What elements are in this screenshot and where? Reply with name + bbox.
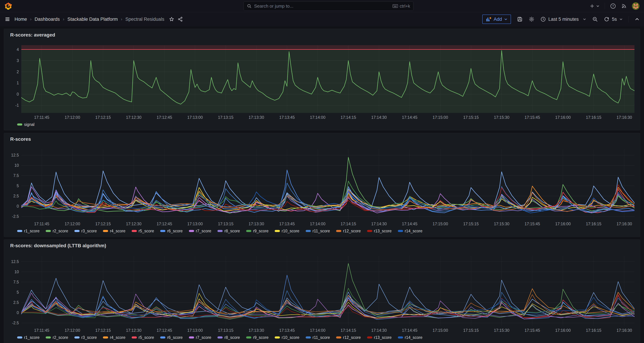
favorite-button[interactable]: [169, 17, 174, 22]
legend-item-r8_score[interactable]: r8_score: [218, 229, 240, 233]
legend-item-r9_score[interactable]: r9_score: [246, 229, 268, 233]
search-icon: [247, 4, 252, 9]
legend-item-r10_score[interactable]: r10_score: [275, 335, 299, 340]
legend-item-r12_score[interactable]: r12_score: [336, 335, 361, 340]
breadcrumb-home[interactable]: Home: [14, 17, 27, 22]
divider: [628, 16, 629, 23]
legend-swatch: [74, 336, 80, 338]
legend-swatch: [367, 230, 372, 232]
legend-item-r8_score[interactable]: r8_score: [218, 335, 240, 340]
svg-text:17:16:30: 17:16:30: [616, 328, 632, 332]
legend-item-r13_score[interactable]: r13_score: [367, 335, 392, 340]
svg-text:17:11:45: 17:11:45: [34, 115, 49, 120]
legend-item-r11_score[interactable]: r11_score: [306, 229, 330, 233]
time-range-picker[interactable]: Last 5 minutes: [540, 17, 586, 22]
legend-item-r1_score[interactable]: r1_score: [17, 229, 40, 233]
magnifier-minus-icon: [592, 16, 598, 22]
search-input[interactable]: Search or jump to... ctrl+k: [244, 2, 414, 11]
legend-swatch: [246, 336, 251, 338]
legend-label: r4_score: [110, 335, 125, 340]
timeseries-chart[interactable]: 12.5107.552.50-2.517:11:4517:12:0017:12:…: [8, 147, 636, 227]
svg-text:7.5: 7.5: [13, 280, 19, 284]
legend-item-r6_score[interactable]: r6_score: [160, 229, 182, 233]
legend-item-r13_score[interactable]: r13_score: [367, 229, 392, 233]
legend-swatch: [275, 336, 280, 338]
add-panel-button[interactable]: Add: [482, 15, 511, 24]
legend-item-r1_score[interactable]: r1_score: [17, 335, 40, 340]
svg-text:17:15:15: 17:15:15: [463, 328, 479, 332]
panel-title[interactable]: R-scores: [8, 136, 636, 142]
legend-item-r5_score[interactable]: r5_score: [132, 229, 154, 233]
legend-item-r3_score[interactable]: r3_score: [74, 229, 97, 233]
svg-text:17:16:00: 17:16:00: [555, 115, 571, 120]
legend-item-r3_score[interactable]: r3_score: [74, 335, 97, 340]
legend-item-r7_score[interactable]: r7_score: [189, 229, 211, 233]
svg-text:17:15:00: 17:15:00: [432, 115, 448, 120]
svg-text:17:12:30: 17:12:30: [126, 328, 142, 332]
svg-text:7.5: 7.5: [13, 173, 19, 178]
refresh-interval-label: 5s: [612, 17, 617, 22]
legend-item-r10_score[interactable]: r10_score: [275, 229, 299, 233]
legend-item-r14_score[interactable]: r14_score: [398, 335, 422, 340]
dashboard-canvas: R-scores: averaged 43210-117:11:4517:12:…: [0, 26, 644, 343]
legend-swatch: [160, 336, 165, 338]
timeseries-chart[interactable]: 12.5107.552.50-2.517:11:4517:12:0017:12:…: [8, 253, 636, 333]
legend-label: r14_score: [405, 335, 422, 340]
share-button[interactable]: [178, 17, 183, 22]
refresh-button[interactable]: 5s: [604, 17, 623, 22]
chevron-up-icon: [635, 17, 640, 22]
kiosk-mode-button[interactable]: [635, 17, 640, 22]
breadcrumb-current-dashboard: Spectral Residuals: [126, 17, 164, 22]
mega-menu-toggle[interactable]: [4, 16, 10, 22]
timeseries-chart[interactable]: 43210-117:11:4517:12:0017:12:1517:12:301…: [8, 43, 636, 121]
svg-text:17:15:30: 17:15:30: [494, 115, 510, 120]
svg-text:17:13:00: 17:13:00: [187, 328, 203, 332]
legend-label: r1_score: [24, 335, 40, 340]
legend-item-r11_score[interactable]: r11_score: [306, 335, 330, 340]
grafana-logo[interactable]: [4, 2, 12, 10]
svg-text:17:15:00: 17:15:00: [432, 328, 448, 332]
legend-item-r6_score[interactable]: r6_score: [160, 335, 182, 340]
svg-text:17:15:45: 17:15:45: [524, 115, 540, 120]
refresh-icon: [604, 17, 610, 22]
panel-title[interactable]: R-scores: downsampled (LTTB algorithm): [8, 243, 636, 249]
legend-item-r2_score[interactable]: r2_score: [46, 335, 68, 340]
legend-item-signal[interactable]: signal: [17, 122, 34, 127]
dashboard-settings-button[interactable]: [528, 16, 534, 22]
help-button[interactable]: ?: [610, 3, 616, 9]
dashboard-toolbar: Home › Dashboards › Stackable Data Platf…: [0, 12, 644, 26]
breadcrumb-dashboards[interactable]: Dashboards: [34, 17, 60, 22]
chart-legend: r1_scorer2_scorer3_scorer4_scorer5_score…: [8, 333, 636, 341]
news-button[interactable]: [621, 3, 627, 9]
share-icon: [178, 17, 183, 22]
legend-item-r14_score[interactable]: r14_score: [398, 229, 422, 233]
panel-rscores-downsampled: R-scores: downsampled (LTTB algorithm) 1…: [4, 239, 640, 343]
svg-text:2: 2: [16, 70, 19, 74]
zoom-out-time-button[interactable]: [592, 16, 598, 22]
star-icon: [169, 17, 174, 22]
legend-item-r4_score[interactable]: r4_score: [103, 229, 125, 233]
user-avatar[interactable]: [632, 2, 640, 10]
legend-swatch: [74, 230, 80, 232]
panel-title[interactable]: R-scores: averaged: [8, 32, 636, 38]
legend-item-r7_score[interactable]: r7_score: [189, 335, 211, 340]
legend-item-r12_score[interactable]: r12_score: [336, 229, 361, 233]
shortcut-label: ctrl+k: [400, 4, 410, 9]
svg-text:17:14:00: 17:14:00: [310, 222, 326, 226]
legend-label: r9_score: [253, 229, 268, 233]
legend-item-r4_score[interactable]: r4_score: [103, 335, 125, 340]
legend-item-r2_score[interactable]: r2_score: [46, 229, 68, 233]
breadcrumb-folder[interactable]: Stackable Data Platform: [68, 17, 118, 22]
svg-text:17:12:15: 17:12:15: [95, 328, 111, 332]
legend-item-r5_score[interactable]: r5_score: [132, 335, 154, 340]
svg-text:17:14:30: 17:14:30: [371, 328, 387, 332]
svg-text:17:15:00: 17:15:00: [432, 222, 448, 226]
svg-text:17:13:30: 17:13:30: [248, 115, 264, 120]
svg-text:17:14:15: 17:14:15: [340, 328, 356, 332]
new-menu-button[interactable]: [590, 4, 600, 9]
avatar-image: [632, 2, 640, 10]
save-dashboard-button[interactable]: [517, 16, 523, 22]
svg-text:17:12:30: 17:12:30: [126, 115, 142, 120]
legend-item-r9_score[interactable]: r9_score: [246, 335, 268, 340]
svg-text:17:12:45: 17:12:45: [156, 115, 172, 120]
